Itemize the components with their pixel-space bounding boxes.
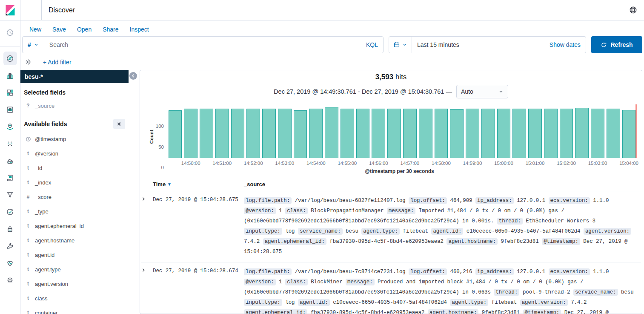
histogram-bar-14:54:00[interactable] xyxy=(309,109,323,158)
histogram-bar-15:02:30[interactable] xyxy=(575,108,589,158)
field-item-agent.hostname[interactable]: tagent.hostname xyxy=(20,233,129,248)
field-badge: input.type: xyxy=(244,299,282,306)
field-settings-button[interactable] xyxy=(113,119,125,129)
field-item-agent.ephemeral_id[interactable]: tagent.ephemeral_id xyxy=(20,219,129,233)
histogram-bar-14:52:30[interactable] xyxy=(262,109,276,158)
field-badge: @version: xyxy=(244,207,276,214)
field-item-_score[interactable]: #_score xyxy=(20,190,129,204)
histogram-bar-14:51:00[interactable] xyxy=(215,109,229,158)
histogram-bar-14:58:00[interactable] xyxy=(435,109,448,158)
histogram-bar-14:49:30[interactable] xyxy=(169,110,182,158)
histogram-bar-14:55:30[interactable] xyxy=(356,109,370,158)
menu-link-open[interactable]: Open xyxy=(77,26,92,33)
filter-gear-icon[interactable] xyxy=(25,58,32,66)
expand-row-button[interactable] xyxy=(141,196,153,257)
field-item-class[interactable]: tclass xyxy=(20,291,129,305)
histogram-bar-15:01:30[interactable] xyxy=(544,109,558,158)
histogram-bar-14:59:30[interactable] xyxy=(481,109,495,158)
collapse-sidebar-button[interactable] xyxy=(129,72,137,80)
histogram-bar-14:55:00[interactable] xyxy=(341,109,354,158)
histogram-bar-15:00:00[interactable] xyxy=(497,109,511,158)
sort-desc-icon[interactable]: ▼ xyxy=(167,182,172,187)
source-cell: log.file.path: /var/log/besu/besu-6827fe… xyxy=(244,196,641,257)
canvas-icon xyxy=(6,106,14,114)
nav-item-logs[interactable] xyxy=(3,171,17,184)
field-item-agent.id[interactable]: tagent.id xyxy=(20,248,129,262)
nav-item-infrastructure[interactable] xyxy=(3,154,17,167)
compass-icon xyxy=(6,55,14,63)
field-badge: message: xyxy=(346,279,375,285)
histogram-bar-14:59:00[interactable] xyxy=(466,109,479,158)
histogram-bar-14:56:00[interactable] xyxy=(372,109,385,158)
field-item-_index[interactable]: t_index xyxy=(20,175,129,190)
menu-link-save[interactable]: Save xyxy=(52,26,66,33)
add-filter-button[interactable]: + Add filter xyxy=(43,59,72,66)
histogram-bar-15:03:00[interactable] xyxy=(591,109,604,158)
field-type-icon: # xyxy=(26,194,31,200)
expand-row-button[interactable] xyxy=(141,267,153,314)
nav-item-uptime[interactable] xyxy=(3,205,17,219)
histogram-bar-14:54:30[interactable] xyxy=(325,107,338,158)
nav-item-apm[interactable] xyxy=(3,188,17,202)
histogram-bar-14:57:00[interactable] xyxy=(403,109,417,158)
histogram-bar-15:04:00[interactable] xyxy=(622,110,636,158)
chevron-down-icon xyxy=(402,42,407,47)
source-cell: log.file.path: /var/log/besu/besu-7c8714… xyxy=(244,267,641,314)
menu-link-share[interactable]: Share xyxy=(103,26,118,33)
field-item-_type[interactable]: t_type xyxy=(20,204,129,219)
menu-link-inspect[interactable]: Inspect xyxy=(130,26,149,33)
histogram-bar-14:50:30[interactable] xyxy=(200,109,213,158)
histogram-bar-14:56:30[interactable] xyxy=(387,109,401,158)
histogram-bar-15:00:30[interactable] xyxy=(512,109,526,158)
field-item-@version[interactable]: t@version xyxy=(20,146,129,161)
field-item-agent.version[interactable]: tagent.version xyxy=(20,277,129,291)
histogram-bar-14:58:30[interactable] xyxy=(450,109,464,158)
field-item-@timestamp[interactable]: @timestamp xyxy=(20,132,129,146)
histogram-interval-select[interactable]: Auto xyxy=(456,85,508,98)
x-axis-tick: 14:52:00 xyxy=(244,161,263,166)
kql-button[interactable]: KQL xyxy=(361,41,383,48)
help-menu-button[interactable] xyxy=(629,6,637,14)
field-badge: agent.type: xyxy=(361,228,400,235)
nav-item-discover[interactable] xyxy=(3,52,17,65)
nav-item-dev-tools[interactable] xyxy=(3,239,17,253)
nav-item-dashboard[interactable] xyxy=(3,86,17,99)
menu-link-new[interactable]: New xyxy=(29,26,41,33)
index-pattern-switcher[interactable]: besu-* xyxy=(20,70,129,83)
field-type-icon xyxy=(26,136,31,142)
field-name: container xyxy=(35,310,57,314)
nav-item-recently-viewed[interactable] xyxy=(3,26,17,39)
nav-item-stack-monitoring[interactable] xyxy=(3,256,17,270)
histogram-bar-14:52:00[interactable] xyxy=(246,109,260,158)
refresh-button[interactable]: Refresh xyxy=(591,36,642,53)
field-badge: agent.type: xyxy=(450,299,488,306)
histogram-bar-14:57:30[interactable] xyxy=(419,109,432,158)
field-item-container[interactable]: tcontainer xyxy=(20,305,129,314)
field-item-_source[interactable]: ?_source xyxy=(20,98,129,113)
histogram-bar-14:50:00[interactable] xyxy=(184,109,197,158)
column-header-time[interactable]: Time ▼ xyxy=(153,181,244,187)
query-language-filter-button[interactable]: # xyxy=(23,37,44,53)
quick-select-button[interactable] xyxy=(389,37,412,53)
nav-item-siem[interactable] xyxy=(3,222,17,236)
histogram-bar-14:53:30[interactable] xyxy=(294,110,307,158)
field-type-icon: t xyxy=(26,310,31,314)
histogram-bar-14:53:00[interactable] xyxy=(278,109,292,158)
histogram-bar-14:51:30[interactable] xyxy=(231,109,245,158)
nav-item-machine-learning[interactable] xyxy=(3,137,17,150)
nav-item-management[interactable] xyxy=(3,273,17,287)
field-item-agent.type[interactable]: tagent.type xyxy=(20,262,129,277)
histogram-bar-15:03:30[interactable] xyxy=(607,109,620,158)
nav-item-maps[interactable] xyxy=(3,120,17,133)
nav-item-visualize[interactable] xyxy=(3,69,17,82)
kibana-logo[interactable] xyxy=(0,0,20,20)
histogram-bar-15:02:00[interactable] xyxy=(560,109,573,158)
histogram-chart[interactable]: Count 050100 14:50:0014:51:0014:52:0014:… xyxy=(140,98,642,178)
histogram-bar-15:01:00[interactable] xyxy=(528,109,542,158)
field-item-_id[interactable]: t_id xyxy=(20,161,129,175)
search-input[interactable] xyxy=(44,41,361,48)
time-range-value[interactable]: Last 15 minutes xyxy=(412,41,550,48)
nav-item-canvas[interactable] xyxy=(3,103,17,116)
show-dates-button[interactable]: Show dates xyxy=(550,41,586,48)
field-name: _score xyxy=(35,194,52,200)
